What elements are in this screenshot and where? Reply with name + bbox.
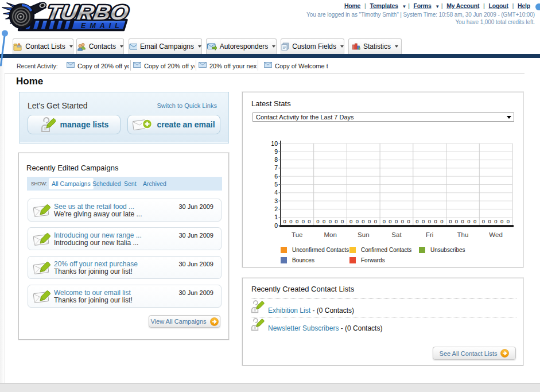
svg-text:9: 9 [274,148,278,155]
svg-text:0: 0 [467,218,470,224]
svg-text:10: 10 [271,140,278,147]
svg-text:0: 0 [461,218,464,224]
svg-text:Wed: Wed [489,231,502,238]
svg-text:0: 0 [308,218,310,224]
svg-text:0: 0 [362,218,364,224]
svg-text:0: 0 [349,218,352,224]
svg-text:0: 0 [329,218,332,224]
svg-text:2: 2 [274,205,278,212]
svg-text:0: 0 [274,222,278,229]
svg-text:0: 0 [356,218,359,224]
svg-text:0: 0 [455,218,458,224]
svg-text:0: 0 [428,218,431,224]
svg-text:0: 0 [302,218,305,224]
svg-text:Sat: Sat [391,231,402,238]
svg-text:6: 6 [274,173,278,180]
svg-text:4: 4 [274,189,278,196]
svg-text:5: 5 [274,181,278,188]
svg-text:0: 0 [440,218,443,224]
svg-text:0: 0 [289,218,292,224]
svg-text:0: 0 [341,218,344,224]
svg-text:0: 0 [482,218,485,224]
svg-text:Mon: Mon [324,231,336,238]
svg-text:0: 0 [473,218,476,224]
svg-text:3: 3 [274,197,278,204]
svg-text:0: 0 [323,218,325,224]
svg-text:0: 0 [500,218,503,224]
svg-text:0: 0 [395,218,398,224]
svg-text:0: 0 [383,218,386,224]
svg-text:0: 0 [374,218,377,224]
svg-text:0: 0 [507,218,510,224]
svg-text:8: 8 [274,156,278,163]
svg-text:Tue: Tue [292,231,302,238]
svg-text:Fri: Fri [426,231,433,238]
svg-text:0: 0 [449,218,452,224]
svg-text:0: 0 [415,218,418,224]
svg-text:0: 0 [368,218,371,224]
svg-text:Sun: Sun [358,231,369,238]
svg-text:Thu: Thu [457,231,468,238]
svg-text:0: 0 [434,218,437,224]
svg-text:0: 0 [494,218,497,224]
svg-text:0: 0 [283,218,286,224]
svg-text:TURBO: TURBO [45,1,130,25]
svg-text:1: 1 [274,214,278,220]
svg-text:0: 0 [422,218,425,224]
svg-text:0: 0 [407,218,410,224]
svg-text:0: 0 [488,218,491,224]
svg-text:0: 0 [296,218,298,224]
svg-text:7: 7 [274,164,278,171]
svg-text:0: 0 [316,218,319,224]
svg-text:0: 0 [335,218,337,224]
svg-text:0: 0 [389,218,391,224]
svg-text:0: 0 [401,218,404,224]
